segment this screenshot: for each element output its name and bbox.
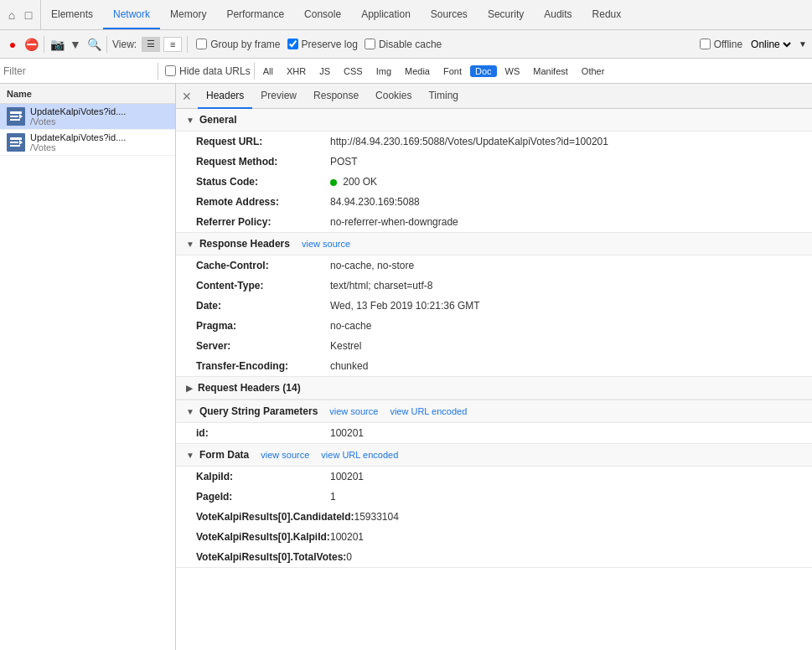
fd-row-1: PageId: 1 (176, 487, 812, 507)
form-data-view-url-encoded[interactable]: view URL encoded (321, 450, 398, 460)
filter-js[interactable]: JS (314, 65, 335, 77)
net-item-1[interactable]: UpdateKalpiVotes?id.... /Votes (0, 104, 175, 130)
detail-tab-headers[interactable]: Headers (198, 84, 252, 109)
hide-data-urls-label[interactable]: Hide data URLs (165, 65, 251, 77)
toolbar-separator-3 (187, 36, 188, 53)
net-item-2[interactable]: UpdateKalpiVotes?id.... /Votes (0, 130, 175, 156)
stop-button[interactable]: ⛔ (23, 37, 39, 52)
filter-manifest[interactable]: Manifest (528, 65, 573, 77)
form-data-section-header[interactable]: ▼ Form Data view source view URL encoded (176, 444, 812, 467)
filter-css[interactable]: CSS (339, 65, 368, 77)
view-list-button[interactable]: ☰ (142, 37, 160, 52)
svg-marker-7 (19, 140, 23, 145)
svg-rect-1 (10, 116, 18, 117)
tab-audits[interactable]: Audits (534, 0, 582, 29)
form-data-view-source[interactable]: view source (261, 450, 309, 460)
filter-button[interactable]: ▼ (68, 37, 83, 52)
filter-font[interactable]: Font (438, 65, 467, 77)
tab-network[interactable]: Network (103, 0, 160, 29)
general-row-0: Request URL: http://84.94.230.169:5088/V… (176, 132, 812, 152)
query-string-view-url-encoded[interactable]: view URL encoded (390, 406, 467, 416)
preserve-log-checkbox[interactable] (287, 39, 298, 49)
fd-key-1: PageId: (196, 489, 330, 504)
filter-other[interactable]: Other (577, 65, 610, 77)
general-val-0: http://84.94.230.169:5088/Votes/UpdateKa… (330, 134, 608, 149)
record-button[interactable]: ● (5, 37, 20, 52)
throttle-select[interactable]: Online (747, 38, 794, 51)
tab-sources[interactable]: Sources (421, 0, 478, 29)
net-item-2-icon (7, 133, 25, 152)
general-val-1: POST (330, 154, 358, 169)
response-headers-section-header[interactable]: ▼ Response Headers view source (176, 233, 812, 255)
general-section-header[interactable]: ▼ General (176, 109, 812, 132)
group-by-frame-label[interactable]: Group by frame (196, 39, 280, 50)
filter-ws[interactable]: WS (500, 65, 525, 77)
response-headers-view-source[interactable]: view source (302, 239, 350, 249)
tab-security[interactable]: Security (478, 0, 534, 29)
devtools-icon-2[interactable]: □ (22, 8, 35, 22)
fd-row-4: VoteKalpiResults[0].TotalVotes: 0 (176, 547, 812, 567)
resp-val-1: text/html; charset=utf-8 (330, 278, 432, 293)
offline-checkbox[interactable] (700, 39, 711, 49)
filter-input[interactable] (3, 65, 154, 77)
query-string-view-source[interactable]: view source (329, 406, 378, 416)
filter-media[interactable]: Media (400, 65, 435, 77)
network-throttle[interactable]: Offline Online ▼ (696, 38, 807, 51)
query-string-toggle-icon: ▼ (186, 407, 194, 416)
filter-all[interactable]: All (258, 65, 278, 77)
offline-label[interactable]: Offline (700, 39, 742, 50)
query-string-section: ▼ Query String Parameters view source vi… (176, 400, 812, 444)
general-row-4: Referrer Policy: no-referrer-when-downgr… (176, 212, 812, 232)
detail-tab-cookies[interactable]: Cookies (367, 84, 420, 109)
view-waterfall-button[interactable]: ≡ (163, 37, 182, 52)
tab-console[interactable]: Console (294, 0, 351, 29)
detail-close-button[interactable]: ✕ (179, 89, 194, 104)
tab-application[interactable]: Application (351, 0, 421, 29)
throttle-chevron-icon: ▼ (799, 39, 807, 49)
resp-row-0: Cache-Control: no-cache, no-store (176, 255, 812, 276)
resp-key-4: Server: (196, 338, 330, 353)
general-key-3: Remote Address: (196, 194, 330, 209)
filter-img[interactable]: Img (371, 65, 396, 77)
detail-tab-timing[interactable]: Timing (420, 84, 467, 109)
fd-key-0: KalpiId: (196, 469, 330, 484)
camera-button[interactable]: 📷 (49, 37, 65, 52)
disable-cache-label[interactable]: Disable cache (365, 39, 442, 50)
devtools-icon-1[interactable]: ⌂ (5, 8, 18, 22)
hide-data-urls-text: Hide data URLs (179, 65, 251, 77)
fd-val-1: 1 (330, 489, 336, 504)
general-key-4: Referrer Policy: (196, 214, 330, 230)
form-data-section: ▼ Form Data view source view URL encoded… (176, 444, 812, 568)
filter-xhr[interactable]: XHR (282, 65, 311, 77)
disable-cache-checkbox[interactable] (365, 39, 375, 49)
top-tab-bar: ⌂ □ Elements Network Memory Performance … (0, 0, 812, 30)
filter-doc[interactable]: Doc (470, 65, 497, 77)
request-headers-toggle-icon: ▶ (186, 384, 193, 393)
toolbar-separator-2 (106, 36, 107, 53)
general-section-content: Request URL: http://84.94.230.169:5088/V… (176, 132, 812, 232)
search-button[interactable]: 🔍 (86, 37, 101, 52)
net-item-1-text: UpdateKalpiVotes?id.... /Votes (30, 106, 126, 126)
tab-redux[interactable]: Redux (582, 0, 632, 29)
detail-tab-preview[interactable]: Preview (252, 84, 305, 109)
tab-performance[interactable]: Performance (216, 0, 294, 29)
net-item-1-name: UpdateKalpiVotes?id.... (30, 106, 126, 116)
tab-memory[interactable]: Memory (160, 0, 216, 29)
general-val-2: 200 OK (330, 174, 377, 189)
preserve-log-label[interactable]: Preserve log (287, 39, 358, 50)
general-key-1: Request Method: (196, 154, 330, 169)
fd-row-0: KalpiId: 100201 (176, 467, 812, 487)
request-headers-section-header[interactable]: ▶ Request Headers (14) (176, 377, 812, 400)
tab-elements[interactable]: Elements (41, 0, 103, 29)
detail-tab-response[interactable]: Response (305, 84, 367, 109)
network-toolbar: ● ⛔ 📷 ▼ 🔍 View: ☰ ≡ Group by frame Prese… (0, 30, 812, 59)
svg-rect-0 (10, 111, 22, 114)
hide-data-urls-checkbox[interactable] (165, 65, 176, 76)
form-data-title: Form Data (199, 449, 249, 461)
fd-val-2: 15933104 (354, 509, 398, 524)
group-by-frame-checkbox[interactable] (196, 39, 207, 49)
general-key-0: Request URL: (196, 134, 330, 149)
query-string-section-header[interactable]: ▼ Query String Parameters view source vi… (176, 400, 812, 423)
general-val-4: no-referrer-when-downgrade (330, 214, 458, 230)
general-toggle-icon: ▼ (186, 116, 194, 125)
